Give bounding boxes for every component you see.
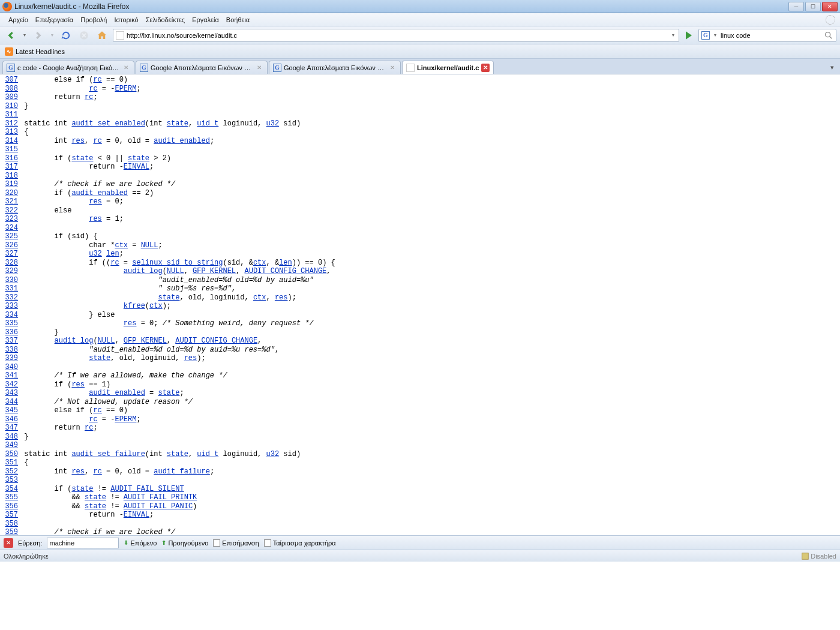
line-number-link[interactable]: 351 [2, 458, 18, 467]
menu-edit[interactable]: Επεξεργασία [32, 15, 77, 25]
line-number-link[interactable]: 310 [2, 102, 18, 111]
line-number-link[interactable]: 352 [2, 467, 18, 476]
line-number-link[interactable]: 353 [2, 476, 18, 485]
identifier-link[interactable]: state [85, 502, 106, 511]
search-input[interactable] [721, 32, 821, 39]
line-number-link[interactable]: 323 [2, 215, 18, 224]
line-number-link[interactable]: 313 [2, 128, 18, 137]
tab-close-icon[interactable]: ✕ [255, 64, 263, 72]
line-number-link[interactable]: 344 [2, 398, 18, 407]
identifier-link[interactable]: AUDIT_FAIL_PRINTK [124, 493, 197, 502]
menu-file[interactable]: Αρχείο [5, 15, 32, 25]
identifier-link[interactable]: audit_enabled [154, 137, 210, 145]
identifier-link[interactable]: ctx [115, 241, 128, 250]
find-highlight-button[interactable]: Επισήμανση [213, 539, 259, 547]
identifier-link[interactable]: audit_enabled [89, 389, 145, 397]
identifier-link[interactable]: selinux_sid_to_string [132, 259, 223, 267]
google-search-icon[interactable]: G [701, 31, 710, 40]
identifier-link[interactable]: NULL [98, 337, 115, 345]
tab-3[interactable]: Linux/kernel/audit.c✕ [402, 61, 494, 74]
line-number-link[interactable]: 327 [2, 250, 18, 259]
identifier-link[interactable]: len [106, 250, 119, 258]
content-area[interactable]: 307 else if (rc == 0)308 rc = -EPERM;309… [0, 74, 840, 535]
identifier-link[interactable]: res [124, 319, 137, 328]
identifier-link[interactable]: rc [89, 415, 97, 424]
url-input[interactable] [127, 32, 668, 39]
back-button[interactable] [4, 28, 18, 43]
line-number-link[interactable]: 326 [2, 241, 18, 250]
identifier-link[interactable]: ctx [149, 302, 163, 310]
identifier-link[interactable]: audit_enabled [71, 189, 128, 197]
line-number-link[interactable]: 333 [2, 302, 18, 311]
line-number-link[interactable]: 315 [2, 145, 18, 154]
line-number-link[interactable]: 309 [2, 93, 18, 102]
identifier-link[interactable]: ctx [253, 259, 266, 267]
line-number-link[interactable]: 328 [2, 259, 18, 268]
bookmark-latest-headlines[interactable]: Latest Headlines [16, 48, 65, 55]
forward-button[interactable] [31, 28, 46, 43]
find-matchcase-checkbox[interactable]: Ταίριασμα χαρακτήρα [264, 539, 336, 547]
identifier-link[interactable]: uid_t [197, 450, 218, 458]
line-number-link[interactable]: 334 [2, 311, 18, 320]
close-button[interactable]: ✕ [822, 2, 838, 11]
tab-close-icon[interactable]: ✕ [122, 64, 130, 72]
tab-2[interactable]: GGoogle Αποτελέσματα Εικόνων για...✕ [269, 61, 401, 74]
line-number-link[interactable]: 316 [2, 154, 18, 163]
line-number-link[interactable]: 325 [2, 232, 18, 241]
find-prev-button[interactable]: ⬆Προηγούμενο [161, 539, 208, 547]
identifier-link[interactable]: state [158, 293, 179, 302]
identifier-link[interactable]: audit_failure [154, 467, 210, 476]
line-number-link[interactable]: 341 [2, 371, 18, 380]
identifier-link[interactable]: uid_t [197, 119, 218, 128]
line-number-link[interactable]: 357 [2, 511, 18, 520]
line-number-link[interactable]: 330 [2, 276, 18, 285]
identifier-link[interactable]: u32 [89, 250, 102, 258]
line-number-link[interactable]: 338 [2, 346, 18, 355]
identifier-link[interactable]: res [184, 354, 197, 362]
line-number-link[interactable]: 307 [2, 76, 18, 85]
line-number-link[interactable]: 317 [2, 163, 18, 172]
forward-dropdown[interactable]: ▾ [49, 32, 55, 38]
identifier-link[interactable]: state [71, 154, 93, 163]
line-number-link[interactable]: 332 [2, 293, 18, 302]
line-number-link[interactable]: 350 [2, 450, 18, 459]
find-next-button[interactable]: ⬇Επόμενο [124, 539, 157, 547]
maximize-button[interactable]: ☐ [805, 2, 821, 11]
identifier-link[interactable]: rc [93, 76, 101, 84]
identifier-link[interactable]: state [158, 389, 179, 397]
identifier-link[interactable]: state [85, 493, 106, 502]
line-number-link[interactable]: 349 [2, 441, 18, 450]
line-number-link[interactable]: 342 [2, 380, 18, 389]
identifier-link[interactable]: NULL [167, 267, 184, 275]
line-number-link[interactable]: 346 [2, 415, 18, 424]
find-close-button[interactable]: ✕ [4, 538, 13, 548]
identifier-link[interactable]: kfree [124, 302, 145, 310]
identifier-link[interactable]: res [89, 197, 102, 206]
identifier-link[interactable]: res [71, 467, 85, 476]
identifier-link[interactable]: GFP_KERNEL [193, 267, 236, 275]
menu-help[interactable]: Βοήθεια [223, 15, 253, 25]
identifier-link[interactable]: EINVAL [124, 511, 149, 519]
identifier-link[interactable]: rc [93, 467, 101, 476]
tab-list-dropdown[interactable]: ▾ [827, 61, 838, 74]
line-number-link[interactable]: 340 [2, 363, 18, 372]
line-number-link[interactable]: 345 [2, 406, 18, 415]
identifier-link[interactable]: EPERM [115, 415, 136, 424]
identifier-link[interactable]: rc [85, 93, 93, 101]
line-number-link[interactable]: 343 [2, 389, 18, 398]
tab-0[interactable]: Gc code - Google Αναζήτηση Εικόνων✕ [2, 61, 134, 74]
line-number-link[interactable]: 318 [2, 172, 18, 181]
identifier-link[interactable]: audit_set_enabled [71, 119, 145, 128]
menu-tools[interactable]: Εργαλεία [188, 15, 223, 25]
line-number-link[interactable]: 358 [2, 520, 18, 529]
line-number-link[interactable]: 308 [2, 85, 18, 94]
line-number-link[interactable]: 337 [2, 337, 18, 346]
tab-close-icon[interactable]: ✕ [481, 64, 490, 72]
line-number-link[interactable]: 331 [2, 284, 18, 293]
line-number-link[interactable]: 355 [2, 493, 18, 502]
line-number-link[interactable]: 321 [2, 197, 18, 206]
identifier-link[interactable]: rc [85, 424, 93, 432]
identifier-link[interactable]: rc [93, 137, 101, 145]
line-number-link[interactable]: 348 [2, 433, 18, 442]
identifier-link[interactable]: state [89, 354, 110, 362]
